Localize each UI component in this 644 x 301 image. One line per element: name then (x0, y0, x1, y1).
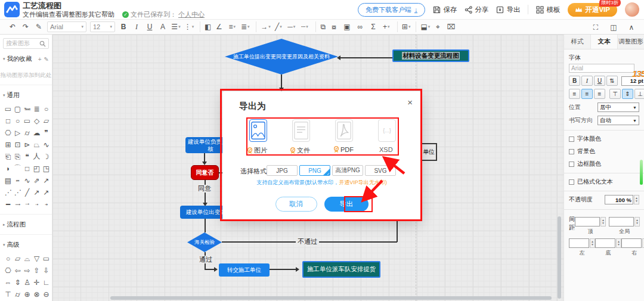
shape-palette-item[interactable]: ⟶ (13, 200, 22, 209)
toolbar-icon[interactable]: ▣ (342, 21, 352, 32)
direction-select[interactable]: 自动▼ (597, 116, 639, 125)
export-option-xsd[interactable]: {...} (378, 119, 396, 142)
v-align-button[interactable]: ⇕ (622, 89, 633, 99)
flow-node-pickup[interactable]: 施工单位派车队安排提货 (302, 261, 380, 278)
confirm-export-button[interactable]: 导出 (324, 197, 369, 212)
shape-palette-item[interactable]: ⌭ (23, 128, 32, 137)
toolbar-icon[interactable]: U (144, 21, 155, 32)
download-client-button[interactable]: 免费下载客户端 ↓ (358, 3, 426, 17)
shape-palette-item[interactable]: ⋰ (13, 188, 22, 197)
shape-palette-item[interactable]: ∟ (42, 278, 51, 287)
toolbar-icon[interactable]: ┄ (299, 21, 310, 32)
favorites-add-icon[interactable]: + (38, 56, 42, 63)
toolbar-icon[interactable]: B (118, 21, 129, 32)
shape-palette-item[interactable]: Text (23, 104, 32, 113)
shape-palette-item[interactable]: ⇗ (32, 176, 41, 185)
vip-button[interactable]: 开通VIP 限时3折 (568, 3, 617, 17)
format-option[interactable]: SVG (365, 165, 396, 176)
shape-palette-item[interactable]: ⏢ (32, 140, 41, 149)
shape-palette-item[interactable]: □ (23, 164, 32, 173)
shape-palette-item[interactable]: ◇ (32, 116, 41, 125)
export-option-pdf[interactable] (335, 119, 353, 142)
panel-tab[interactable]: 调整图形 (618, 35, 644, 49)
shape-palette-item[interactable]: ↗ (42, 188, 51, 197)
shape-palette-item[interactable]: ≣ (32, 104, 41, 113)
shape-palette-item[interactable]: ⇦ (13, 266, 22, 275)
toolbar-icon[interactable]: ⬓ (416, 21, 430, 32)
shape-palette-item[interactable]: ✛ (32, 278, 41, 287)
font-size-select[interactable]: 12▾ (90, 21, 115, 32)
flow-node-title[interactable]: 材料设备变更流程图 (392, 49, 469, 62)
toolbar-icon[interactable]: ⧇ (329, 21, 339, 32)
close-icon[interactable]: × (407, 97, 413, 107)
opacity-stepper[interactable]: ▲▼ (634, 195, 639, 204)
menu-item[interactable]: 文件 (23, 11, 36, 18)
toolbar-icon[interactable]: ╱ (273, 21, 284, 32)
shape-palette-item[interactable]: ⎘ (13, 152, 22, 161)
toolbar-icon[interactable]: ✎ (33, 21, 44, 32)
shape-palette-item[interactable]: ⤏ (23, 200, 32, 209)
shape-search-input[interactable]: 搜索图形 (3, 38, 49, 49)
menu-item[interactable]: 其它 (88, 11, 101, 18)
shape-palette-item[interactable]: ▽ (32, 254, 41, 263)
shape-palette-item[interactable]: ⎔ (4, 266, 13, 275)
save-location-link[interactable]: 个人中心 (178, 10, 205, 18)
panel-tab[interactable]: 样式 (564, 35, 591, 49)
toolbar-icon[interactable]: ⌧ (445, 21, 456, 32)
shape-palette-item[interactable]: ⊡ (13, 140, 22, 149)
menu-item[interactable]: 调整图形 (62, 11, 88, 18)
toolbar-icon[interactable]: ☰ (171, 21, 181, 32)
shape-palette-item[interactable]: ▭ (42, 254, 51, 263)
template-button[interactable]: 模板 (536, 5, 560, 14)
shape-palette-item[interactable]: ⊖ (42, 290, 51, 299)
checkbox[interactable] (569, 179, 574, 185)
export-button[interactable]: 导出 (496, 5, 520, 14)
export-option-image[interactable] (249, 119, 267, 142)
horizontal-scrollbar[interactable] (110, 296, 552, 300)
shape-palette-item[interactable]: ⇨ (23, 266, 32, 275)
spacing-input[interactable]: 0 pt (621, 238, 642, 248)
toolbar-icon[interactable]: Σ (368, 21, 379, 32)
shape-palette-item[interactable]: ≔ (13, 176, 22, 185)
favorites-section-header[interactable]: ▾ 我的收藏 + ✎ (3, 55, 49, 63)
h-align-button[interactable]: ≡ (569, 89, 580, 99)
spacing-input[interactable]: 0 pt (575, 217, 600, 226)
vip-hint-link[interactable]: 开通VIP导出无水印) (339, 179, 387, 185)
toolbar-icon[interactable]: I (131, 21, 142, 32)
spacing-input[interactable]: 2 pt (609, 217, 634, 226)
avatar[interactable] (625, 2, 639, 17)
shape-palette-item[interactable]: ⇢ (32, 200, 41, 209)
format-option[interactable]: JPG (267, 165, 298, 176)
format-option[interactable]: PNG (299, 165, 330, 176)
toolbar-icon[interactable]: → (256, 21, 271, 32)
opacity-input[interactable] (605, 195, 633, 204)
menu-item[interactable]: 帮助 (101, 11, 114, 18)
shape-palette-item[interactable]: ⇕ (13, 278, 22, 287)
text-style-button[interactable]: I (581, 76, 593, 86)
shape-palette-item[interactable]: ○ (4, 254, 13, 263)
shape-palette-item[interactable]: ⊗ (32, 290, 41, 299)
position-select[interactable]: 居中▼ (597, 103, 639, 112)
shape-palette-item[interactable]: ❝ (23, 152, 32, 161)
shape-palette-item[interactable]: ➔ (42, 200, 51, 209)
shape-palette-item[interactable]: ⊤ (4, 290, 13, 299)
v-align-button[interactable]: ⊤ (609, 89, 621, 99)
shape-palette-item[interactable]: ⊕ (23, 290, 32, 299)
toolbar-icon[interactable]: ⋮ (184, 21, 194, 32)
vertical-scrollbar[interactable] (558, 216, 561, 299)
shape-palette-item[interactable]: ⌓ (23, 254, 32, 263)
shape-palette-item[interactable]: ▱ (13, 254, 22, 263)
shape-palette-item[interactable]: ⌭ (13, 290, 22, 299)
shape-palette-item[interactable]: ∿ (42, 140, 51, 149)
spacing-stepper[interactable]: ▲▼ (616, 238, 621, 248)
shape-palette-item[interactable]: ◳ (42, 164, 51, 173)
shape-palette-item[interactable]: ⊳ (23, 140, 32, 149)
toolbar-icon[interactable]: A (157, 21, 168, 32)
panel-font-family-input[interactable] (569, 64, 634, 73)
cancel-button[interactable]: 取消 (275, 197, 317, 212)
shape-palette-item[interactable]: ⊞ (4, 140, 13, 149)
shape-palette-item[interactable]: ⎔ (4, 128, 13, 137)
shape-palette-item[interactable]: ⇩ (42, 266, 51, 275)
checkbox[interactable] (569, 149, 574, 154)
menu-item[interactable]: 查看 (49, 11, 62, 18)
